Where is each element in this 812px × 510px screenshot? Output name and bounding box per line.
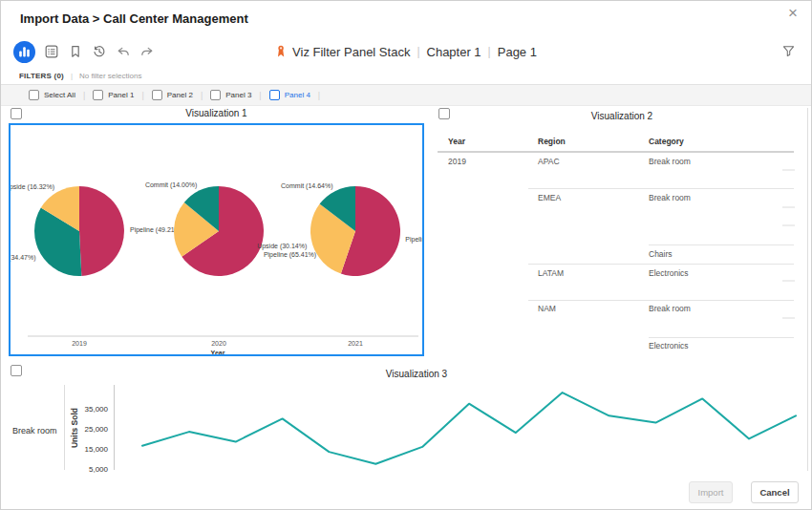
pie-slice-label: Upside (16.32%) bbox=[11, 183, 54, 191]
table-cell: EMEA bbox=[538, 193, 561, 202]
history-icon[interactable] bbox=[92, 44, 107, 59]
table-cell: Electronics bbox=[649, 341, 689, 351]
panel-checkbox-item-1[interactable]: Panel 1 bbox=[93, 90, 134, 100]
viz1-title: Visualization 1 bbox=[9, 108, 424, 118]
table-header-year: Year bbox=[448, 137, 465, 146]
pie-slice-label: Upside (30.14%) bbox=[257, 243, 307, 250]
pie-slice-label: Pipeline (65.41%) bbox=[264, 251, 316, 259]
x-tick-label: 2020 bbox=[211, 340, 226, 347]
separator: | bbox=[259, 91, 261, 100]
table-header-region: Region bbox=[538, 137, 566, 146]
dialog-title: Import Data > Call Center Management bbox=[20, 11, 248, 26]
viz3-line-chart[interactable] bbox=[1, 356, 812, 473]
x-tick-label: 2019 bbox=[72, 340, 87, 347]
checkbox-icon[interactable] bbox=[269, 90, 280, 100]
chart-mode-icon[interactable] bbox=[13, 41, 35, 63]
pie-slice-pipeline bbox=[79, 186, 124, 276]
separator: | bbox=[201, 91, 203, 100]
panel-item-label: Panel 1 bbox=[108, 91, 134, 99]
import-data-dialog: Import Data > Call Center Management × bbox=[0, 0, 812, 510]
separator: | bbox=[487, 45, 492, 58]
line-series bbox=[142, 393, 796, 464]
table-row-separator bbox=[528, 300, 794, 301]
pie-slice-label: Commit (14.64%) bbox=[281, 182, 332, 190]
table-cell: Break room bbox=[649, 193, 691, 202]
panel-item-label: Select All bbox=[44, 91, 75, 99]
checkbox-icon[interactable] bbox=[93, 90, 103, 100]
filters-count-label: FILTERS (0) bbox=[19, 72, 64, 80]
truncated-value-dash bbox=[782, 224, 795, 226]
pie-slice-label: Commit (34.47%) bbox=[11, 254, 36, 262]
truncated-value-dash bbox=[782, 317, 795, 319]
table-row-separator bbox=[649, 244, 794, 245]
panel-checkbox-item-3[interactable]: Panel 3 bbox=[210, 90, 251, 100]
viz1-pies-svg: Pipeline (49.21%)Commit (34.47%)Upside (… bbox=[11, 125, 422, 354]
separator: | bbox=[318, 91, 320, 100]
separator: | bbox=[416, 45, 420, 58]
table-cell: 2019 bbox=[448, 157, 466, 166]
toolbar-left-icons bbox=[13, 35, 155, 68]
table-cell: APAC bbox=[538, 157, 560, 166]
separator: | bbox=[83, 91, 85, 100]
chapter-label[interactable]: Chapter 1 bbox=[427, 45, 481, 59]
panel-checkbox-item-4[interactable]: Panel 4 bbox=[269, 90, 310, 100]
panel-item-label: Panel 2 bbox=[167, 91, 193, 99]
panel-checkbox-item-0[interactable]: Select All bbox=[29, 90, 75, 100]
truncated-value-dash bbox=[782, 206, 795, 208]
checkbox-icon[interactable] bbox=[152, 90, 162, 100]
table-header-rule bbox=[438, 151, 794, 153]
truncated-value-dash bbox=[782, 280, 795, 282]
close-icon[interactable]: × bbox=[788, 5, 798, 21]
table-row-separator bbox=[528, 264, 794, 265]
scrollbar[interactable] bbox=[807, 108, 808, 471]
panel-item-label: Panel 4 bbox=[285, 91, 310, 99]
filters-bar: FILTERS (0) | No filter selections bbox=[1, 68, 811, 84]
viz-badge-icon bbox=[275, 45, 287, 58]
toolbar: Viz Filter Panel Stack | Chapter 1 | Pag… bbox=[1, 35, 811, 69]
separator: | bbox=[141, 91, 143, 100]
bar-chart-icon bbox=[13, 41, 35, 63]
table-cell: NAM bbox=[538, 304, 556, 313]
document-title[interactable]: Viz Filter Panel Stack bbox=[292, 45, 410, 59]
import-button[interactable]: Import bbox=[689, 481, 733, 503]
list-icon[interactable] bbox=[44, 44, 59, 59]
table-cell: Break room bbox=[649, 304, 691, 313]
filter-funnel-icon[interactable] bbox=[781, 44, 796, 58]
table-cell: LATAM bbox=[538, 268, 564, 278]
table-row-separator bbox=[528, 188, 794, 189]
panel-checkbox-item-2[interactable]: Panel 2 bbox=[152, 90, 193, 100]
undo-icon[interactable] bbox=[116, 44, 131, 59]
filters-status-text: No filter selections bbox=[79, 72, 141, 80]
table-cell: Chairs bbox=[649, 249, 673, 259]
truncated-value-dash bbox=[782, 169, 795, 171]
redo-icon[interactable] bbox=[139, 44, 155, 59]
x-axis-title: Year bbox=[211, 350, 225, 354]
panel-item-label: Panel 3 bbox=[225, 91, 251, 99]
bookmark-icon[interactable] bbox=[68, 44, 83, 59]
table-cell: Electronics bbox=[649, 268, 689, 278]
viz1-pie-panel[interactable]: Pipeline (49.21%)Commit (34.47%)Upside (… bbox=[9, 123, 424, 356]
toolbar-right bbox=[781, 44, 796, 62]
checkbox-icon[interactable] bbox=[29, 90, 39, 100]
table-cell: Break room bbox=[649, 157, 691, 166]
cancel-button[interactable]: Cancel bbox=[751, 481, 799, 503]
table-header-category: Category bbox=[649, 137, 684, 146]
pie-slice-label: Commit (14.00%) bbox=[145, 181, 197, 189]
panel-select-bar: Select All|Panel 1|Panel 2|Panel 3|Panel… bbox=[1, 84, 811, 106]
document-breadcrumb: Viz Filter Panel Stack | Chapter 1 | Pag… bbox=[275, 35, 537, 68]
table-row-separator bbox=[649, 337, 794, 338]
checkbox-icon[interactable] bbox=[210, 90, 221, 100]
separator: | bbox=[71, 72, 73, 80]
x-tick-label: 2021 bbox=[348, 340, 363, 347]
page-label[interactable]: Page 1 bbox=[498, 45, 537, 59]
pie-slice-label: Pipeline (55.22%) bbox=[405, 236, 422, 244]
